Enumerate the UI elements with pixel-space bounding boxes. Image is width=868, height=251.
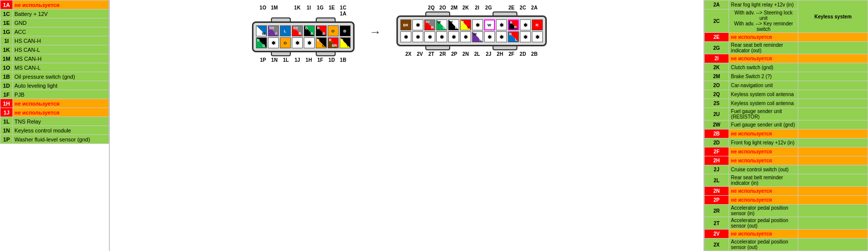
connector-id-1D: 1D <box>0 81 13 90</box>
right-id-2C: 2C <box>705 9 729 33</box>
pin-1L-bot: O <box>280 37 291 48</box>
connector-id-1H: 1H <box>0 99 13 108</box>
connector-id-1F: 1F <box>0 90 13 99</box>
connector-id-1B: 1B <box>0 72 13 81</box>
connector-label-1A: не используется <box>13 0 109 9</box>
pin-1D-bot: R BR <box>328 37 339 48</box>
right-id-2P: 2P <box>705 196 729 205</box>
right-id-2H: 2H <box>705 156 729 165</box>
connector-diagrams: 1O 1M 1K 1I 1G 1E 1C 1A <box>110 0 704 251</box>
connector-id-1O: 1O <box>0 63 13 72</box>
right-id-2Q: 2Q <box>705 90 729 99</box>
right-id-2E: 2E <box>705 33 729 42</box>
connector2-row1: BR ✱ GY R <box>400 19 543 30</box>
pin-1C-top: O <box>328 25 339 36</box>
pin-1O-top: L W <box>256 25 267 36</box>
connector-label-1F: PJB <box>13 90 109 99</box>
pin-1N-bot: ✱ <box>268 37 279 48</box>
right-id-2K: 2K <box>705 63 729 72</box>
connector-id-1A: 1A <box>0 0 13 9</box>
connector-label-1C: Battery + 12V <box>13 9 109 18</box>
right-label-2B: не используется <box>729 129 798 138</box>
connector-id-1I: 1I <box>0 36 13 45</box>
pin-1I-top: GY R <box>292 25 303 36</box>
connector-1: 1O 1M 1K 1I 1G 1E 1C 1A <box>252 5 355 63</box>
right-label-2P: не используется <box>729 196 798 205</box>
connector-id-1P: 1P <box>0 135 13 144</box>
connector-label-1J: не используется <box>13 108 109 117</box>
right-id-2I: 2I <box>705 54 729 63</box>
right-table: 2ARear fog light relay +12v (in)Keyless … <box>704 0 868 251</box>
right-id-2R: 2R <box>705 205 729 217</box>
pin-1B-bot: B Y <box>340 37 351 48</box>
connector-label-1N: Keyless control module <box>13 126 109 135</box>
connector-label-1G: ACC <box>13 27 109 36</box>
right-label-2R: Accelerator pedal position sensor (in) <box>729 205 798 217</box>
right-id-2V: 2V <box>705 230 729 239</box>
connector-label-1I: HS CAN-H <box>13 36 109 45</box>
right-id-2J: 2J <box>705 165 729 174</box>
connector1-row2: B G ✱ O ✱ ✱ <box>256 37 351 48</box>
connector-label-1B: Oil pressure switch (gnd) <box>13 72 109 81</box>
right-label-2G: Rear seat belt reminder indicator (out) <box>729 42 798 54</box>
right-label-2W: Fuel gauge sender unit (gnd) <box>729 121 798 129</box>
right-label-2V: не используется <box>729 230 798 239</box>
pin-1F-bot: B O <box>316 37 327 48</box>
connector-id-1G: 1G <box>0 27 13 36</box>
pin-1M-top: GY V <box>268 25 279 36</box>
pin-1P-bot: B G <box>256 37 267 48</box>
connector-label-1M: MS CAN-H <box>13 54 109 63</box>
right-label-2X: Accelerator pedal position sensor (out) <box>729 239 798 251</box>
right-id-2S: 2S <box>705 99 729 108</box>
connector-id-1L: 1L <box>0 117 13 126</box>
connector2-row2: ✱ ✱ ✱ ✱ ✱ ✱ <box>400 31 543 42</box>
right-label-2A: Rear fog light relay +12v (in) <box>729 0 798 9</box>
right-label-2N: не используется <box>729 187 798 196</box>
right-label-2O: Car-navigation unit <box>729 81 798 90</box>
right-id-2M: 2M <box>705 72 729 81</box>
right-id-2L: 2L <box>705 174 729 187</box>
pin-1K-top: L <box>280 25 291 36</box>
right-id-2O: 2O <box>705 81 729 90</box>
pin-1E-top: R B <box>316 25 327 36</box>
connector-label-1K: HS CAN-L <box>13 45 109 54</box>
right-id-2N: 2N <box>705 187 729 196</box>
right-label-2Q: Keyless system coil antenna <box>729 90 798 99</box>
connector-id-1C: 1C <box>0 9 13 18</box>
right-label-2L: Rear seat belt reminder indicator (in) <box>729 174 798 187</box>
right-label-2J: Cruise control switch (out) <box>729 165 798 174</box>
right-label-2T: Accelerator pedal position sensor (out) <box>729 217 798 230</box>
connector-2: 2Q 2O 2M 2K 2I 2G 2E 2C 2A <box>396 5 547 57</box>
right-label-2I: не используется <box>729 54 798 63</box>
pin-1J-bot: ✱ <box>292 37 303 48</box>
right-label-2H: не используется <box>729 156 798 165</box>
right-label-2M: Brake Switch 2 (?) <box>729 72 798 81</box>
right-id-2U: 2U <box>705 108 729 121</box>
connector-table: 1Aне используется1CBattery + 12V1EGND1GA… <box>0 0 109 144</box>
right-label-2C: With adv. --> Steering lock unitWith adv… <box>729 9 798 33</box>
connector1-row1: L W GY V L <box>256 25 351 36</box>
left-connector-panel: 1Aне используется1CBattery + 12V1EGND1GA… <box>0 0 110 251</box>
right-panel: 2ARear fog light relay +12v (in)Keyless … <box>704 0 868 251</box>
connector-label-1E: GND <box>13 18 109 27</box>
right-id-2W: 2W <box>705 121 729 129</box>
right-label-2F: не используется <box>729 147 798 156</box>
right-id-2A: 2A <box>705 0 729 9</box>
connector-label-1P: Washer fluid-level sensor (gnd) <box>13 135 109 144</box>
connector-id-1M: 1M <box>0 54 13 63</box>
group-keyless-system: Keyless system <box>798 0 868 33</box>
right-id-2X: 2X <box>705 239 729 251</box>
pin-1A-top: B <box>340 25 351 36</box>
connector-id-1N: 1N <box>0 126 13 135</box>
connector-id-1E: 1E <box>0 18 13 27</box>
right-id-2B: 2B <box>705 129 729 138</box>
right-id-2D: 2D <box>705 138 729 147</box>
right-label-2U: Fuel gauge sender unit (RESISTOR) <box>729 108 798 121</box>
connector-id-1J: 1J <box>0 108 13 117</box>
connector-label-1D: Auto leveling light <box>13 81 109 90</box>
connector-label-1O: MS CAN-L <box>13 63 109 72</box>
pin-1H-bot: ✱ <box>304 37 315 48</box>
right-label-2D: Front fog light relay +12v (in) <box>729 138 798 147</box>
right-label-2K: Clutch switch (gnd) <box>729 63 798 72</box>
right-id-2T: 2T <box>705 217 729 230</box>
